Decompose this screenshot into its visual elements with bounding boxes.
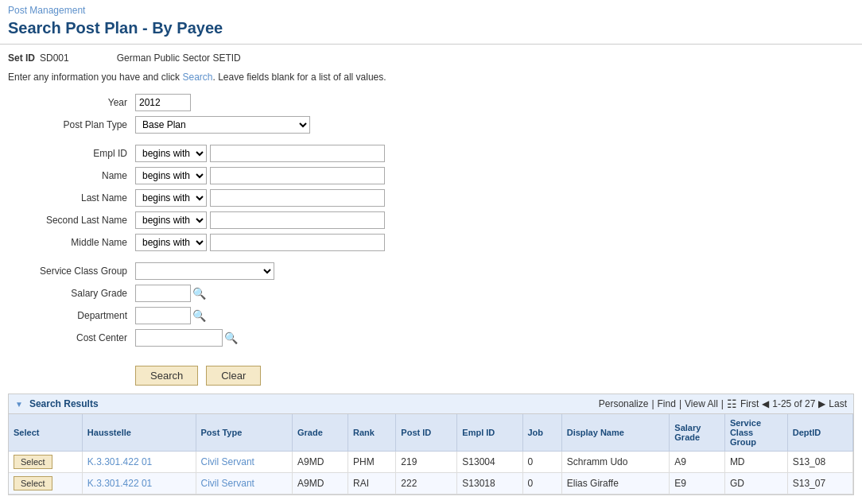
post-type-link[interactable]: Civil Servant	[201, 478, 254, 489]
post-type-link[interactable]: Civil Servant	[201, 456, 254, 467]
cell-hausstelle: K.3.301.422 01	[82, 452, 196, 473]
cell-rank: PHM	[348, 452, 396, 473]
results-title: ▼ Search Results	[15, 398, 99, 409]
results-table: Select Hausstelle Post Type Grade Rank P…	[9, 414, 853, 494]
results-header: ▼ Search Results Personalize | Find | Vi…	[9, 394, 853, 414]
last-name-operator[interactable]: begins withcontains=not =	[135, 189, 207, 207]
cell-grade: A9MD	[293, 473, 348, 494]
cell-salary-grade: E9	[670, 473, 725, 494]
name-input[interactable]	[210, 167, 385, 184]
empl-id-label: Empl ID	[8, 148, 135, 159]
hausstelle-link[interactable]: K.3.301.422 01	[87, 478, 152, 489]
cell-job: 0	[522, 473, 561, 494]
post-plan-type-label: Post Plan Type	[8, 119, 135, 130]
breadcrumb: Post Management	[0, 0, 862, 17]
col-salary-grade[interactable]: SalaryGrade	[670, 414, 725, 452]
row-select-button[interactable]: Select	[14, 455, 52, 469]
empl-id-operator[interactable]: begins withcontains=not =	[135, 145, 207, 162]
col-grade[interactable]: Grade	[293, 414, 348, 452]
name-row: Name begins withcontains=not =	[8, 167, 854, 184]
search-form: Year Post Plan Type Base Plan Increment …	[0, 91, 862, 359]
instruction-link: Search	[182, 72, 212, 83]
service-class-group-select[interactable]	[135, 262, 274, 280]
cell-service-class-group: MD	[724, 452, 787, 473]
col-post-type[interactable]: Post Type	[196, 414, 292, 452]
cell-salary-grade: A9	[670, 452, 725, 473]
department-lookup-icon[interactable]: 🔍	[192, 309, 206, 322]
cost-center-row: Cost Center 🔍	[8, 329, 854, 347]
cell-select: Select	[9, 452, 82, 473]
second-last-name-label: Second Last Name	[8, 215, 135, 226]
salary-grade-lookup-icon[interactable]: 🔍	[192, 287, 206, 300]
name-label: Name	[8, 170, 135, 181]
clear-button[interactable]: Clear	[206, 366, 261, 386]
service-class-group-label: Service Class Group	[8, 266, 135, 277]
col-rank[interactable]: Rank	[348, 414, 396, 452]
col-empl-id[interactable]: Empl ID	[457, 414, 522, 452]
empl-id-row: Empl ID begins withcontains=not =	[8, 145, 854, 162]
grid-icon[interactable]: ☷	[727, 397, 737, 410]
department-row: Department 🔍	[8, 307, 854, 324]
post-plan-type-row: Post Plan Type Base Plan Increment Plan …	[8, 116, 854, 134]
year-row: Year	[8, 94, 854, 111]
salary-grade-label: Salary Grade	[8, 288, 135, 299]
first-link[interactable]: First	[740, 398, 759, 409]
collapse-icon[interactable]: ▼	[15, 400, 23, 409]
hausstelle-link[interactable]: K.3.301.422 01	[87, 456, 152, 467]
cell-empl-id: S13018	[457, 473, 522, 494]
cell-empl-id: S13004	[457, 452, 522, 473]
cell-dept-id: S13_07	[787, 473, 852, 494]
year-input[interactable]	[135, 94, 191, 111]
service-class-group-row: Service Class Group	[8, 262, 854, 280]
department-label: Department	[8, 310, 135, 321]
middle-name-row: Middle Name begins withcontains=not =	[8, 234, 854, 251]
second-last-name-input[interactable]	[210, 211, 385, 229]
cell-post-id: 222	[396, 473, 457, 494]
middle-name-label: Middle Name	[8, 237, 135, 248]
results-section: ▼ Search Results Personalize | Find | Vi…	[8, 394, 854, 495]
setid-bar: Set ID SD001 German Public Sector SETID	[0, 45, 862, 68]
find-link[interactable]: Find	[658, 398, 676, 409]
table-header-row: Select Hausstelle Post Type Grade Rank P…	[9, 414, 853, 452]
cell-grade: A9MD	[293, 452, 348, 473]
second-last-name-operator[interactable]: begins withcontains=not =	[135, 211, 207, 229]
middle-name-operator[interactable]: begins withcontains=not =	[135, 234, 207, 251]
cell-display-name: Schramm Udo	[561, 452, 670, 473]
post-plan-type-select[interactable]: Base Plan Increment Plan Promotion Plan	[135, 116, 310, 134]
cost-center-lookup-icon[interactable]: 🔍	[224, 331, 238, 344]
cell-post-type: Civil Servant	[196, 452, 292, 473]
col-service-class-group[interactable]: ServiceClassGroup	[724, 414, 787, 452]
col-hausstelle[interactable]: Hausstelle	[82, 414, 196, 452]
setid-value: SD001	[40, 52, 69, 64]
empl-id-input[interactable]	[210, 145, 385, 162]
last-name-row: Last Name begins withcontains=not =	[8, 189, 854, 207]
table-row: Select K.3.301.422 01 Civil Servant A9MD…	[9, 452, 853, 473]
name-operator[interactable]: begins withcontains=not =	[135, 167, 207, 184]
search-button[interactable]: Search	[135, 366, 198, 386]
cell-post-id: 219	[396, 452, 457, 473]
personalize-link[interactable]: Personalize	[599, 398, 649, 409]
results-title-text: Search Results	[29, 398, 99, 409]
salary-grade-input[interactable]	[135, 285, 191, 302]
row-select-button[interactable]: Select	[14, 476, 52, 490]
range-text: 1-25 of 27	[772, 398, 815, 409]
department-input[interactable]	[135, 307, 191, 324]
cell-select: Select	[9, 473, 82, 494]
col-job[interactable]: Job	[522, 414, 561, 452]
last-name-input[interactable]	[210, 189, 385, 207]
cell-rank: RAI	[348, 473, 396, 494]
last-name-label: Last Name	[8, 192, 135, 204]
year-label: Year	[8, 97, 135, 108]
col-post-id[interactable]: Post ID	[396, 414, 457, 452]
last-link[interactable]: Last	[829, 398, 847, 409]
cost-center-input[interactable]	[135, 329, 223, 347]
instruction: Enter any information you have and click…	[0, 68, 862, 91]
col-display-name[interactable]: Display Name	[561, 414, 670, 452]
setid-description: German Public Sector SETID	[117, 52, 241, 64]
view-all-link[interactable]: View All	[685, 398, 718, 409]
cell-hausstelle: K.3.301.422 01	[82, 473, 196, 494]
col-dept-id[interactable]: DeptID	[787, 414, 852, 452]
middle-name-input[interactable]	[210, 234, 385, 251]
button-row: Search Clear	[0, 359, 862, 394]
cell-job: 0	[522, 452, 561, 473]
